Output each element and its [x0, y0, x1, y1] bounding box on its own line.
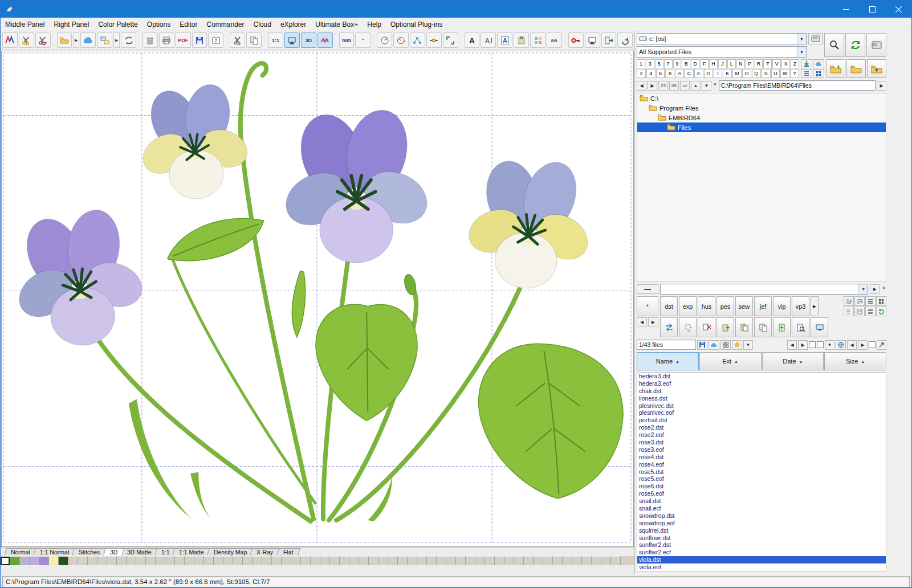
split-button[interactable] [443, 32, 458, 48]
palette-empty-cell[interactable] [214, 556, 223, 565]
units-inch-button[interactable]: ″ [355, 32, 370, 48]
letter-filter-button[interactable]: M [732, 69, 742, 78]
password-button[interactable] [568, 32, 584, 48]
icons-view-button[interactable] [876, 296, 886, 306]
copy-file-button[interactable] [754, 317, 772, 337]
sort-down-button[interactable]: ▼ [702, 81, 711, 91]
letter-filter-button[interactable]: Y [790, 69, 799, 78]
palette-swatch[interactable] [39, 556, 49, 565]
view-tab[interactable]: 1:1 Normal [33, 548, 76, 556]
cloud-files-button[interactable] [813, 59, 824, 68]
letter-filter-button[interactable]: V [772, 59, 781, 68]
palette-empty-cell[interactable] [117, 556, 127, 565]
palette-empty-cell[interactable] [320, 556, 330, 565]
letter-filter-button[interactable]: C [685, 69, 694, 78]
palette-empty-cell[interactable] [243, 556, 253, 565]
palette-swatch[interactable] [30, 556, 39, 565]
palette-empty-cell[interactable] [78, 556, 88, 565]
palette-empty-cell[interactable] [156, 556, 165, 565]
maximize-button[interactable] [859, 1, 885, 18]
palette-swatch[interactable] [49, 556, 59, 565]
parent-folder-button[interactable] [867, 59, 886, 78]
font-button[interactable]: A [497, 32, 512, 48]
copy-button[interactable] [246, 32, 262, 48]
print-button[interactable] [159, 32, 174, 48]
format-filter-button[interactable]: jef [754, 296, 772, 316]
menu-item[interactable]: Ultimate Box+ [311, 18, 363, 31]
apply-mask-button[interactable]: ▶ [870, 284, 880, 294]
file-row[interactable]: portrait.dst [637, 416, 886, 424]
collapse-tree-button[interactable] [637, 284, 658, 294]
letter-filter-button[interactable]: Z [791, 59, 799, 68]
file-row[interactable]: sunflwr2.ecf [637, 549, 886, 556]
file-row[interactable]: rose5.dst [637, 468, 886, 476]
palette-empty-cell[interactable] [282, 556, 291, 565]
tree-node[interactable]: Program Files [637, 103, 886, 113]
palette-empty-cell[interactable] [223, 556, 233, 565]
cut-button[interactable] [230, 32, 245, 48]
letter-filter-button[interactable]: 8 [665, 69, 674, 78]
palette-empty-cell[interactable] [572, 556, 582, 565]
letter-filter-button[interactable]: N [736, 59, 745, 68]
palette-empty-cell[interactable] [427, 556, 437, 565]
letter-filter-button[interactable]: X [781, 59, 790, 68]
clipboard-button[interactable] [514, 32, 529, 48]
stitch-simulator-button[interactable] [317, 32, 333, 48]
hoop-05-button[interactable]: 05 [669, 81, 679, 91]
palette-empty-cell[interactable] [378, 556, 388, 565]
more-formats-button[interactable]: ▶ [811, 296, 819, 316]
cut-file-button[interactable] [698, 317, 715, 337]
letter-filter-button[interactable]: W [780, 69, 789, 78]
palette-empty-cell[interactable] [340, 556, 349, 565]
palette-empty-cell[interactable] [262, 556, 272, 565]
palette-empty-cell[interactable] [408, 556, 417, 565]
file-row[interactable]: rose4.eof [637, 461, 886, 468]
palette-empty-cell[interactable] [543, 556, 553, 565]
chevron-down-icon[interactable]: ▼ [858, 284, 868, 294]
palette-swatch[interactable] [10, 556, 20, 565]
open-folder-button[interactable] [846, 59, 866, 78]
palette-empty-cell[interactable] [553, 556, 563, 565]
palette-empty-cell[interactable] [107, 556, 117, 565]
view-tab[interactable]: Flat [276, 548, 300, 556]
tree-node[interactable]: EMBIRD64 [637, 113, 886, 122]
save-button[interactable] [192, 32, 207, 48]
palette-empty-cell[interactable] [456, 556, 466, 565]
palette-empty-cell[interactable] [68, 556, 78, 565]
column-header[interactable]: Name▲ [637, 352, 699, 370]
view-tab[interactable]: Stitches [72, 548, 107, 556]
letter-filter-button[interactable]: 2 [637, 69, 646, 78]
letter-filter-button[interactable]: O [742, 69, 751, 78]
refresh-button[interactable] [845, 33, 865, 57]
file-row[interactable]: viola.eof [637, 564, 886, 571]
ratio-1-1-button[interactable]: 1:1 [268, 32, 283, 48]
exit-button[interactable] [601, 32, 617, 48]
file-row[interactable]: hedera3.dst [637, 373, 886, 380]
next-format-page-button[interactable]: ▶ [648, 317, 658, 326]
preview-design-button[interactable] [792, 317, 809, 337]
palette-empty-cell[interactable] [253, 556, 262, 565]
menu-item[interactable]: Middle Panel [1, 18, 49, 31]
thumbnails-button[interactable] [720, 340, 731, 350]
delete-button[interactable] [142, 32, 158, 48]
palette-empty-cell[interactable] [88, 556, 97, 565]
open-external-button[interactable] [877, 340, 886, 350]
menu-item[interactable]: Editor [175, 18, 202, 31]
close-button[interactable] [885, 1, 911, 18]
pdf-button[interactable]: PDF [176, 32, 191, 48]
next-file-button[interactable]: ▶ [798, 340, 808, 350]
all-formats-button[interactable]: * [637, 296, 658, 316]
palette-empty-cell[interactable] [417, 556, 427, 565]
file-type-filter-select[interactable]: All Supported Files▼ [637, 46, 807, 58]
thumbnail-view-button[interactable] [813, 69, 824, 78]
tree-node[interactable]: C:\ [637, 93, 886, 103]
file-row[interactable]: rose2.dst [637, 424, 886, 431]
column-header[interactable]: Size▲ [824, 352, 886, 370]
new-design-button[interactable] [773, 317, 791, 337]
palette-empty-cell[interactable] [504, 556, 514, 565]
palette-swatch[interactable] [1, 556, 10, 565]
text-cursor-button[interactable]: A [481, 32, 496, 48]
palette-empty-cell[interactable] [204, 556, 214, 565]
lettering-button[interactable]: A [465, 32, 480, 48]
palette-empty-cell[interactable] [495, 556, 504, 565]
